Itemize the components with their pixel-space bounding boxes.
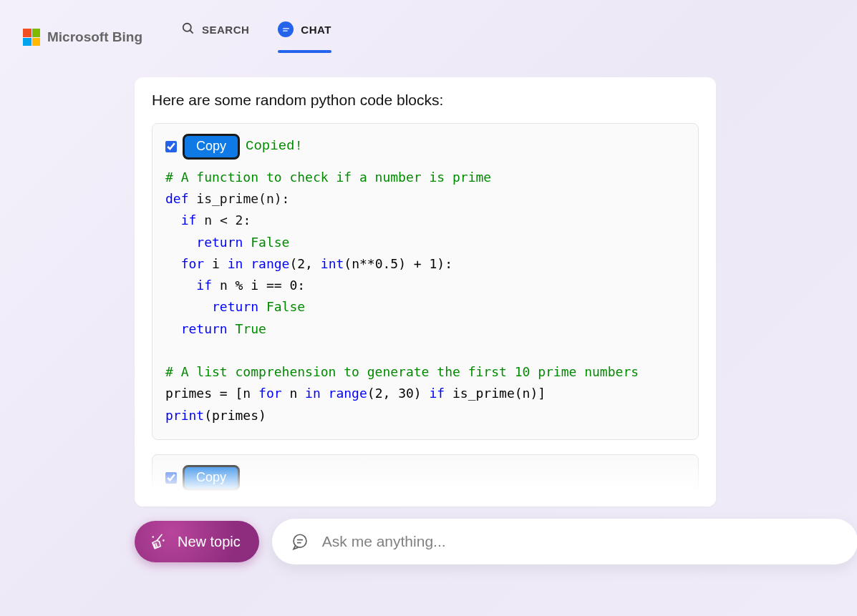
copy-button[interactable]: Copy xyxy=(183,134,240,160)
brand-text: Microsoft Bing xyxy=(47,29,142,45)
copy-button[interactable]: Copy xyxy=(183,465,240,491)
code-checkbox[interactable] xyxy=(165,472,177,484)
code-checkbox[interactable] xyxy=(165,141,177,152)
nav-chat-label: CHAT xyxy=(301,24,331,36)
search-icon xyxy=(181,21,195,37)
copied-status: Copied! xyxy=(246,135,303,158)
nav-search-label: SEARCH xyxy=(202,24,249,36)
svg-point-7 xyxy=(152,537,153,537)
svg-line-1 xyxy=(190,31,193,34)
bottom-bar: New topic xyxy=(135,519,857,564)
ask-input[interactable] xyxy=(322,533,839,550)
svg-line-4 xyxy=(157,534,162,540)
nav-search[interactable]: SEARCH xyxy=(181,21,249,53)
header: Microsoft Bing SEARCH CHAT xyxy=(0,0,857,53)
chat-input-icon xyxy=(291,532,309,551)
svg-point-0 xyxy=(183,24,191,31)
svg-point-9 xyxy=(294,534,306,547)
chat-icon xyxy=(278,21,294,37)
code-header: Copy xyxy=(165,465,685,491)
code-header: Copy Copied! xyxy=(165,134,685,160)
top-nav: SEARCH CHAT xyxy=(181,21,331,53)
chat-response-card: Here are some random python code blocks:… xyxy=(135,77,716,507)
code-content: # A class to represent a point in 2D spa… xyxy=(165,498,685,507)
new-topic-label: New topic xyxy=(178,534,241,550)
svg-point-8 xyxy=(163,540,164,541)
new-topic-button[interactable]: New topic xyxy=(135,521,259,562)
code-content: # A function to check if a number is pri… xyxy=(165,167,685,426)
response-intro: Here are some random python code blocks: xyxy=(152,92,699,109)
brand-logo[interactable]: Microsoft Bing xyxy=(23,29,142,46)
ask-box[interactable] xyxy=(272,519,857,564)
code-block-2: Copy # A class to represent a point in 2… xyxy=(152,454,699,507)
code-block-1: Copy Copied! # A function to check if a … xyxy=(152,123,699,440)
nav-chat[interactable]: CHAT xyxy=(278,21,331,53)
microsoft-logo-icon xyxy=(23,29,40,46)
broom-icon xyxy=(149,532,168,551)
